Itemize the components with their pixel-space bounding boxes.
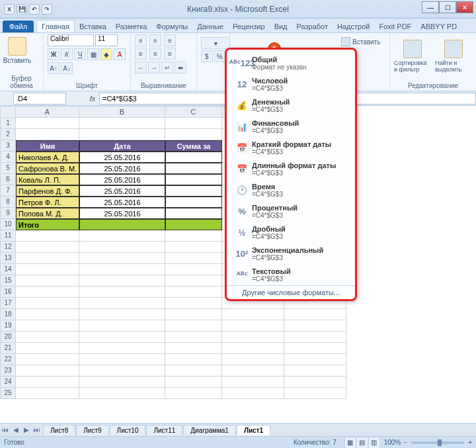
italic-button[interactable]: К [61, 48, 73, 60]
row-header[interactable]: 21 [0, 343, 16, 354]
grow-font-button[interactable]: A↑ [48, 62, 60, 74]
view-pagebreak-button[interactable]: ▥ [368, 437, 380, 449]
nf-item-0[interactable]: ᴬᴮᶜ123ОбщийФормат не указан [227, 52, 355, 73]
font-name-select[interactable]: Calibri [48, 34, 94, 46]
sheet-tab[interactable]: Лист10 [110, 425, 146, 435]
zoom-out-button[interactable]: − [403, 439, 407, 446]
row-header[interactable]: 9 [0, 208, 16, 219]
row-header[interactable]: 7 [0, 185, 16, 197]
row-header[interactable]: 3 [0, 140, 16, 152]
align-right-button[interactable]: ≡ [164, 48, 176, 60]
sheet-tab[interactable]: Лист11 [146, 425, 182, 435]
col-header-B[interactable]: B [79, 106, 165, 118]
view-layout-button[interactable]: ▤ [356, 437, 368, 449]
file-tab[interactable]: Файл [3, 21, 34, 32]
shrink-font-button[interactable]: A↓ [61, 62, 73, 74]
row-header[interactable]: 2 [0, 129, 16, 140]
nf-item-1[interactable]: 12Числовой=C4*$G$3 [227, 73, 355, 95]
align-bottom-button[interactable]: ≡ [164, 34, 176, 46]
row-header[interactable]: 8 [0, 197, 16, 208]
name-box[interactable]: D4 [13, 93, 66, 105]
tab-view[interactable]: Вид [270, 21, 292, 32]
sort-filter-button[interactable]: Сортировка и фильтр [394, 37, 431, 73]
border-button[interactable]: ▦ [87, 48, 99, 60]
fill-color-button[interactable]: ◆ [100, 48, 112, 60]
row-header[interactable]: 16 [0, 287, 16, 298]
sheet-tab[interactable]: Диаграмма1 [183, 425, 236, 435]
view-normal-button[interactable]: ▦ [344, 437, 356, 449]
percent-button[interactable]: % [214, 50, 226, 62]
nf-item-6[interactable]: 🕐Время=C4*$G$3 [227, 179, 355, 201]
tab-review[interactable]: Рецензир [228, 21, 270, 32]
nf-item-3[interactable]: 📊Финансовый=C4*$G$3 [227, 116, 355, 137]
row-header[interactable]: 11 [0, 230, 16, 242]
row-header[interactable]: 25 [0, 388, 16, 399]
nf-item-2[interactable]: 💰Денежный=C4*$G$3 [227, 95, 355, 116]
row-header[interactable]: 22 [0, 354, 16, 365]
sheet-tab[interactable]: Лист1 [237, 425, 270, 435]
fx-icon[interactable]: fx [86, 95, 99, 103]
sheet-tab[interactable]: Лист8 [43, 425, 75, 435]
row-header[interactable]: 24 [0, 377, 16, 388]
zoom-in-button[interactable]: + [468, 439, 472, 446]
nf-item-7[interactable]: %Процентный=C4*$G$3 [227, 201, 355, 222]
select-all-button[interactable] [0, 106, 16, 118]
tab-formulas[interactable]: Формулы [151, 21, 192, 32]
row-header[interactable]: 6 [0, 174, 16, 185]
tab-developer[interactable]: Разработ [292, 21, 333, 32]
excel-icon[interactable]: X [4, 4, 15, 15]
tab-foxit[interactable]: Foxit PDF [374, 21, 416, 32]
merge-button[interactable]: ⬌ [175, 62, 186, 73]
nf-item-9[interactable]: 10²Экспоненциальный=C4*$G$3 [227, 243, 355, 264]
row-header[interactable]: 15 [0, 275, 16, 287]
row-header[interactable]: 19 [0, 320, 16, 332]
redo-icon[interactable]: ↷ [42, 4, 52, 15]
row-header[interactable]: 5 [0, 163, 16, 174]
save-icon[interactable]: 💾 [17, 4, 27, 15]
row-header[interactable]: 14 [0, 264, 16, 275]
tab-data[interactable]: Данные [192, 21, 228, 32]
find-select-button[interactable]: Найти и выделить [435, 37, 472, 73]
number-format-dropdown[interactable]: ▾ [201, 37, 230, 49]
tab-home[interactable]: Главная [36, 20, 75, 32]
align-center-button[interactable]: ≡ [149, 48, 161, 60]
row-header[interactable]: 20 [0, 332, 16, 343]
tab-abbyy[interactable]: ABBYY PD [416, 21, 461, 32]
tab-nav-prev[interactable]: ◀ [11, 426, 21, 433]
close-button[interactable]: ✕ [456, 1, 473, 13]
tab-addins[interactable]: Надстрой [333, 21, 374, 32]
maximize-button[interactable]: ☐ [439, 1, 456, 13]
align-left-button[interactable]: ≡ [135, 48, 147, 60]
nf-item-10[interactable]: ᴬᴮᶜТекстовый=C4*$G$3 [227, 264, 355, 285]
font-size-select[interactable]: 11 [95, 34, 118, 46]
tab-nav-first[interactable]: ⏮ [0, 426, 11, 433]
tab-nav-next[interactable]: ▶ [21, 426, 32, 433]
decrease-indent-button[interactable]: ← [135, 62, 147, 73]
align-middle-button[interactable]: ≡ [149, 34, 161, 46]
wrap-text-button[interactable]: ↵ [161, 62, 173, 73]
row-header[interactable]: 1 [0, 118, 16, 129]
row-header[interactable]: 23 [0, 365, 16, 377]
tab-layout[interactable]: Разметка [111, 21, 152, 32]
col-header-A[interactable]: A [16, 106, 79, 118]
font-color-button[interactable]: A [114, 48, 126, 60]
sheet-tab[interactable]: Лист9 [76, 425, 108, 435]
zoom-slider[interactable] [411, 441, 464, 444]
nf-item-8[interactable]: ½Дробный=C4*$G$3 [227, 222, 355, 243]
currency-button[interactable]: $ [201, 50, 213, 62]
row-header[interactable]: 13 [0, 253, 16, 264]
row-header[interactable]: 12 [0, 242, 16, 253]
bold-button[interactable]: Ж [48, 48, 60, 60]
tab-insert[interactable]: Вставка [75, 21, 111, 32]
tab-nav-last[interactable]: ⏭ [32, 426, 42, 433]
underline-button[interactable]: Ч [74, 48, 86, 60]
minimize-button[interactable]: — [422, 1, 439, 13]
row-header[interactable]: 17 [0, 298, 16, 309]
row-header[interactable]: 18 [0, 309, 16, 320]
row-header[interactable]: 10 [0, 219, 16, 230]
nf-item-4[interactable]: 📅Краткий формат даты=C4*$G$3 [227, 137, 355, 158]
align-top-button[interactable]: ≡ [135, 34, 147, 46]
nf-more-formats[interactable]: Другие числовые форматы... [227, 285, 355, 299]
undo-icon[interactable]: ↶ [29, 4, 40, 15]
row-header[interactable]: 4 [0, 152, 16, 163]
